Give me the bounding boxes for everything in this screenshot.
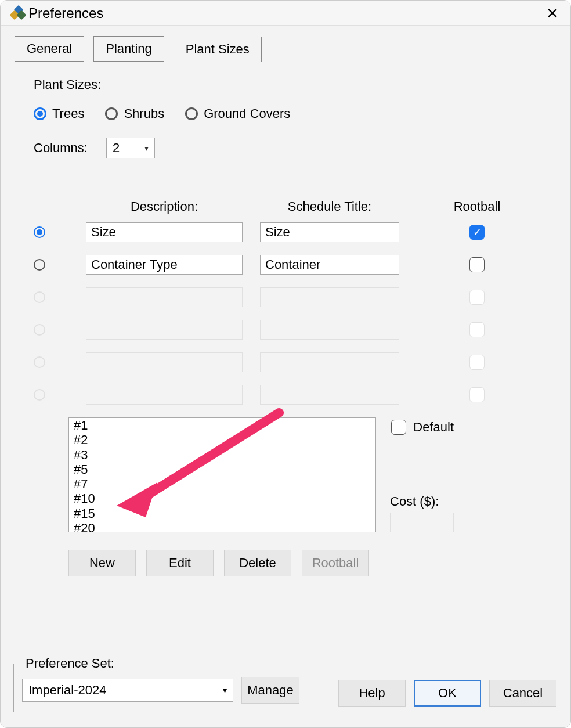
columns-label: Columns:: [34, 140, 88, 156]
column-row: [34, 352, 537, 372]
list-item[interactable]: #1: [69, 418, 375, 433]
radio-icon: [105, 107, 118, 120]
list-item[interactable]: #2: [69, 433, 375, 447]
description-field[interactable]: [86, 222, 243, 242]
radio-icon: [34, 356, 45, 368]
manage-button[interactable]: Manage: [241, 677, 299, 704]
schedule-field: [260, 287, 399, 307]
rootball-checkbox: [469, 387, 485, 402]
radio-label: Trees: [52, 106, 84, 121]
new-button[interactable]: New: [68, 550, 136, 576]
radio-icon: [34, 291, 45, 303]
help-button[interactable]: Help: [338, 680, 406, 707]
radio-icon: [34, 324, 45, 336]
preference-set-legend: Preference Set:: [22, 656, 118, 671]
radio-shrubs[interactable]: Shrubs: [105, 106, 164, 121]
tabs: General Planting Plant Sizes: [1, 26, 570, 62]
radio-trees[interactable]: Trees: [34, 106, 84, 121]
description-field: [86, 385, 243, 405]
schedule-field: [260, 385, 399, 405]
plant-sizes-group: Plant Sizes: Trees Shrubs Ground Covers …: [16, 85, 555, 600]
radio-label: Ground Covers: [204, 106, 290, 121]
titlebar: Preferences ✕: [1, 1, 570, 26]
radio-icon: [185, 107, 198, 120]
list-item[interactable]: #7: [69, 477, 375, 491]
row-radio[interactable]: [34, 226, 68, 238]
default-checkbox[interactable]: [391, 420, 406, 435]
check-icon: ✓: [473, 227, 482, 237]
radio-icon: [34, 107, 46, 120]
header-schedule-title: Schedule Title:: [260, 199, 399, 214]
column-row: [34, 385, 537, 405]
plant-sizes-legend: Plant Sizes:: [30, 77, 104, 92]
list-item[interactable]: #20: [69, 521, 375, 532]
columns-value: 2: [113, 140, 120, 156]
schedule-field[interactable]: [260, 255, 399, 275]
preference-set-group: Preference Set: Imperial-2024 ▾ Manage: [13, 664, 308, 712]
rootball-checkbox: [469, 322, 485, 337]
list-item[interactable]: #3: [69, 448, 375, 462]
schedule-field: [260, 320, 399, 340]
chevron-down-icon: ▾: [223, 686, 227, 695]
cost-field: [390, 513, 454, 532]
tab-general[interactable]: General: [15, 36, 84, 62]
row-radio[interactable]: [34, 259, 68, 271]
list-item[interactable]: #5: [69, 462, 375, 477]
schedule-field[interactable]: [260, 222, 399, 242]
description-field: [86, 287, 243, 307]
rootball-button[interactable]: Rootball: [302, 550, 369, 576]
radio-icon: [34, 389, 45, 401]
delete-button[interactable]: Delete: [224, 550, 291, 576]
preference-set-select[interactable]: Imperial-2024 ▾: [22, 679, 233, 702]
preference-set-value: Imperial-2024: [28, 683, 107, 698]
cost-label: Cost ($):: [390, 494, 454, 509]
ok-button[interactable]: OK: [414, 680, 481, 707]
list-item[interactable]: #15: [69, 506, 375, 521]
column-row: [34, 320, 537, 340]
rootball-checkbox: [469, 290, 485, 305]
description-field: [86, 352, 243, 372]
columns-grid: Description: Schedule Title: Rootball ✓: [34, 199, 537, 405]
schedule-field: [260, 352, 399, 372]
rootball-checkbox: [469, 355, 485, 370]
row-radio: [34, 324, 68, 336]
tab-planting[interactable]: Planting: [93, 36, 164, 62]
chevron-down-icon: ▾: [144, 143, 149, 153]
edit-button[interactable]: Edit: [146, 550, 214, 576]
list-item[interactable]: #10: [69, 491, 375, 506]
tab-plant-sizes[interactable]: Plant Sizes: [174, 37, 262, 62]
cancel-button[interactable]: Cancel: [489, 680, 556, 707]
radio-icon: [34, 259, 45, 271]
default-label: Default: [413, 420, 454, 435]
header-description: Description:: [86, 199, 243, 214]
radio-ground-covers[interactable]: Ground Covers: [185, 106, 290, 121]
description-field: [86, 320, 243, 340]
sizes-listbox[interactable]: #1 #2 #3 #5 #7 #10 #15 #20: [68, 417, 376, 532]
radio-icon: [34, 226, 45, 238]
row-radio: [34, 356, 68, 368]
columns-select[interactable]: 2 ▾: [106, 138, 155, 158]
radio-label: Shrubs: [124, 106, 164, 121]
preferences-dialog: Preferences ✕ General Planting Plant Siz…: [0, 0, 571, 728]
column-row: [34, 287, 537, 307]
column-row: ✓: [34, 222, 537, 242]
app-icon: [10, 6, 24, 20]
rootball-checkbox[interactable]: ✓: [469, 225, 485, 240]
row-radio: [34, 291, 68, 303]
header-rootball: Rootball: [417, 199, 537, 214]
row-radio: [34, 389, 68, 401]
close-icon[interactable]: ✕: [544, 6, 561, 21]
window-title: Preferences: [28, 5, 103, 21]
rootball-checkbox[interactable]: [469, 257, 485, 272]
description-field[interactable]: [86, 255, 243, 275]
column-row: [34, 255, 537, 275]
